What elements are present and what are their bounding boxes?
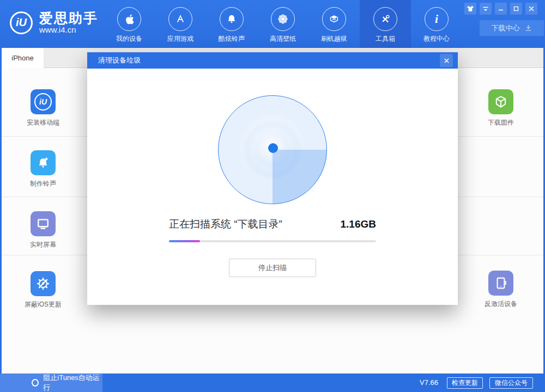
tool-label: 反激活设备 bbox=[469, 299, 533, 309]
minimize-button[interactable] bbox=[495, 3, 507, 15]
scan-progress-bar bbox=[169, 240, 376, 242]
tools-icon bbox=[379, 13, 391, 25]
scan-status-text: 正在扫描系统 “下载目录” bbox=[169, 217, 282, 231]
maximize-button[interactable] bbox=[510, 3, 522, 15]
nav-toolbox[interactable]: 工具箱 bbox=[360, 0, 411, 48]
close-icon bbox=[443, 57, 450, 64]
tool-label: 下载固件 bbox=[469, 118, 533, 127]
i4-logo-icon: iU bbox=[10, 11, 33, 34]
maximize-icon bbox=[512, 5, 520, 13]
monitor-icon bbox=[31, 211, 56, 236]
nav-label: 工具箱 bbox=[376, 34, 395, 44]
gear-block-icon bbox=[31, 271, 56, 296]
minimize-icon bbox=[497, 5, 505, 13]
app-url: www.i4.cn bbox=[39, 25, 98, 34]
nav-label: 刷机越狱 bbox=[321, 34, 347, 44]
wechat-account-button[interactable]: 微信公众号 bbox=[489, 377, 533, 389]
tool-label: 屏蔽iOS更新 bbox=[11, 300, 75, 309]
radar-center-dot bbox=[268, 143, 278, 153]
dialog-close-button[interactable] bbox=[440, 54, 453, 67]
tab-iphone[interactable]: iPhone bbox=[2, 48, 44, 68]
block-itunes-label: 阻止iTunes自动运行 bbox=[43, 373, 102, 392]
nav-label: 酷炫铃声 bbox=[219, 34, 245, 44]
tool-block-ios-update[interactable]: 屏蔽iOS更新 bbox=[11, 271, 75, 309]
nav-label: 我的设备 bbox=[116, 34, 142, 44]
i4-app-icon: iU bbox=[31, 89, 56, 114]
scan-progress-fill bbox=[169, 240, 200, 242]
download-icon bbox=[524, 24, 532, 32]
app-header: iU 爱思助手 www.i4.cn 我的设备 应用游戏 酷炫铃声 bbox=[0, 0, 545, 48]
nav-label: 教程中心 bbox=[423, 34, 450, 44]
menu-caret-icon bbox=[481, 4, 490, 13]
dialog-title: 清理设备垃圾 bbox=[98, 56, 141, 65]
status-bar: 阻止iTunes自动运行 V7.66 检查更新 微信公众号 bbox=[0, 373, 545, 392]
app-logo: iU 爱思助手 www.i4.cn bbox=[10, 11, 98, 34]
clean-junk-dialog: 清理设备垃圾 正在扫描系统 “下载目录” 1.16GB 停止扫描 bbox=[87, 52, 458, 305]
skin-theme-button[interactable] bbox=[464, 3, 476, 15]
check-update-button[interactable]: 检查更新 bbox=[447, 377, 483, 389]
tool-label: 安装移动端 bbox=[11, 118, 75, 127]
block-itunes-toggle[interactable]: 阻止iTunes自动运行 bbox=[0, 373, 102, 392]
nav-wallpapers[interactable]: 高清壁纸 bbox=[257, 0, 308, 48]
download-center-button[interactable]: 下载中心 bbox=[480, 20, 544, 36]
scan-status-row: 正在扫描系统 “下载目录” 1.16GB bbox=[169, 217, 376, 231]
app-title: 爱思助手 bbox=[39, 11, 98, 25]
main-menu-button[interactable] bbox=[480, 3, 492, 15]
nav-apps-games[interactable]: 应用游戏 bbox=[155, 0, 206, 48]
dialog-titlebar: 清理设备垃圾 bbox=[87, 52, 458, 69]
tool-deactivate-device[interactable]: 反激活设备 bbox=[469, 271, 533, 309]
version-text: V7.66 bbox=[420, 378, 438, 387]
tool-make-ringtone[interactable]: 制作铃声 bbox=[11, 150, 75, 188]
open-box-icon bbox=[328, 13, 340, 25]
nav-label: 高清壁纸 bbox=[270, 34, 296, 44]
download-center-label: 下载中心 bbox=[492, 23, 520, 33]
nav-tutorials[interactable]: i 教程中心 bbox=[411, 0, 462, 48]
nav-flash-jailbreak[interactable]: 刷机越狱 bbox=[308, 0, 360, 48]
close-icon bbox=[528, 5, 535, 13]
tablet-icon bbox=[488, 271, 513, 296]
nav-my-devices[interactable]: 我的设备 bbox=[104, 0, 155, 48]
bell-plus-icon bbox=[31, 150, 56, 175]
flower-icon bbox=[277, 13, 289, 25]
tool-label: 制作铃声 bbox=[11, 179, 75, 188]
scan-radar bbox=[218, 95, 327, 204]
scan-size-value: 1.16GB bbox=[341, 218, 376, 230]
cube-icon bbox=[488, 89, 513, 114]
tshirt-icon bbox=[466, 4, 475, 13]
bell-icon bbox=[226, 13, 238, 25]
close-window-button[interactable] bbox=[525, 3, 537, 15]
nav-label: 应用游戏 bbox=[167, 34, 193, 44]
tab-label: iPhone bbox=[11, 54, 33, 62]
radio-circle-icon bbox=[32, 379, 39, 387]
appstore-a-icon bbox=[174, 13, 186, 25]
window-controls bbox=[464, 3, 537, 15]
apple-icon bbox=[123, 13, 135, 25]
info-icon: i bbox=[435, 13, 438, 25]
tool-install-mobile[interactable]: iU 安装移动端 bbox=[11, 89, 75, 127]
window-left-border bbox=[0, 48, 2, 392]
tool-live-screen[interactable]: 实时屏幕 bbox=[11, 211, 75, 249]
tool-label: 实时屏幕 bbox=[11, 240, 75, 249]
nav-ringtones[interactable]: 酷炫铃声 bbox=[206, 0, 257, 48]
stop-scan-button[interactable]: 停止扫描 bbox=[229, 259, 316, 277]
main-nav: 我的设备 应用游戏 酷炫铃声 高清壁纸 刷机越狱 bbox=[104, 0, 462, 48]
tool-download-firmware[interactable]: 下载固件 bbox=[469, 89, 533, 127]
